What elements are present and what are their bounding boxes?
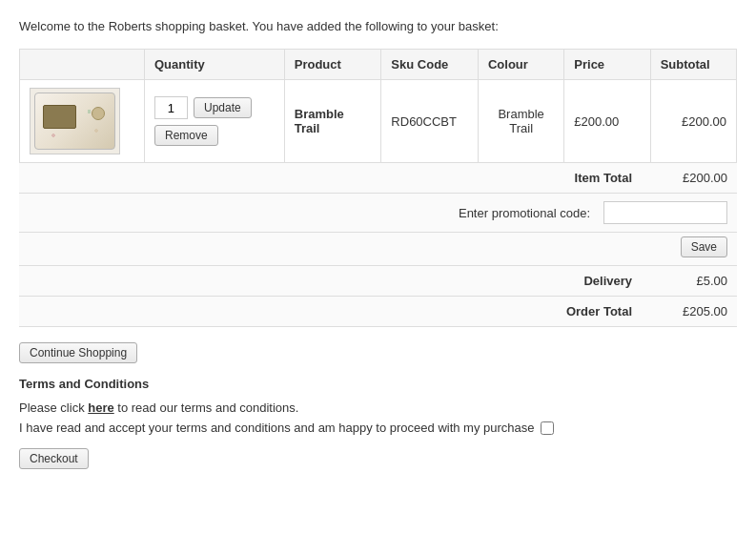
- radio-screen: [43, 105, 76, 129]
- accept-checkbox[interactable]: [541, 421, 554, 435]
- save-promo-button[interactable]: Save: [681, 236, 727, 257]
- promo-row: Enter promotional code:: [19, 194, 737, 233]
- product-image-cell: [20, 80, 145, 163]
- checkout-button[interactable]: Checkout: [19, 448, 89, 469]
- subtotal-cell: £200.00: [650, 80, 736, 163]
- col-image: [20, 50, 145, 80]
- radio-device-image: [34, 92, 115, 150]
- continue-btn-row: Continue Shopping: [19, 342, 737, 363]
- product-name: Bramble Trail: [295, 107, 344, 135]
- radio-dial: [92, 107, 105, 120]
- delivery-label: Delivery: [583, 274, 632, 288]
- remove-button[interactable]: Remove: [154, 125, 218, 146]
- quantity-cell: Update Remove: [144, 80, 284, 163]
- terms-heading: Terms and Conditions: [19, 377, 737, 391]
- welcome-message: Welcome to the Roberts shopping basket. …: [19, 19, 737, 33]
- col-quantity: Quantity: [144, 50, 284, 80]
- quantity-input[interactable]: [154, 96, 188, 119]
- terms-link-text: Please click here to read our terms and …: [19, 400, 737, 415]
- subtotals-section: Item Total £200.00 Enter promotional cod…: [19, 163, 737, 327]
- accept-row: I have read and accept your terms and co…: [19, 421, 737, 435]
- price-cell: £200.00: [564, 80, 650, 163]
- update-button[interactable]: Update: [194, 97, 252, 118]
- order-total-value: £205.00: [651, 304, 727, 318]
- col-product: Product: [284, 50, 381, 80]
- terms-click-text: Please click: [19, 400, 88, 415]
- col-price: Price: [564, 50, 650, 80]
- colour-cell: Bramble Trail: [478, 80, 563, 163]
- promo-label: Enter promotional code:: [459, 206, 590, 220]
- item-total-value: £200.00: [651, 171, 727, 185]
- basket-table: Quantity Product Sku Code Colour Price S…: [19, 49, 737, 163]
- col-subtotal: Subtotal: [650, 50, 736, 80]
- terms-here-link[interactable]: here: [88, 400, 113, 415]
- delivery-row: Delivery £5.00: [19, 266, 737, 297]
- qty-controls: Update: [154, 96, 275, 119]
- item-total-row: Item Total £200.00: [19, 163, 737, 194]
- promo-save-row: Save: [19, 233, 737, 266]
- col-sku: Sku Code: [381, 50, 479, 80]
- continue-shopping-button[interactable]: Continue Shopping: [19, 342, 137, 363]
- bottom-section: Continue Shopping Terms and Conditions P…: [19, 342, 737, 469]
- terms-after-text: to read our terms and conditions.: [114, 400, 299, 415]
- accept-text: I have read and accept your terms and co…: [19, 421, 535, 435]
- table-row: Update Remove Bramble Trail RD60CCBT Bra…: [20, 80, 737, 163]
- item-total-label: Item Total: [575, 171, 632, 185]
- col-colour: Colour: [478, 50, 563, 80]
- product-name-cell: Bramble Trail: [284, 80, 381, 163]
- sku-cell: RD60CCBT: [381, 80, 479, 163]
- delivery-value: £5.00: [651, 274, 727, 288]
- promo-code-input[interactable]: [603, 201, 727, 224]
- product-image: [30, 88, 120, 154]
- order-total-row: Order Total £205.00: [19, 297, 737, 327]
- order-total-label: Order Total: [566, 304, 632, 318]
